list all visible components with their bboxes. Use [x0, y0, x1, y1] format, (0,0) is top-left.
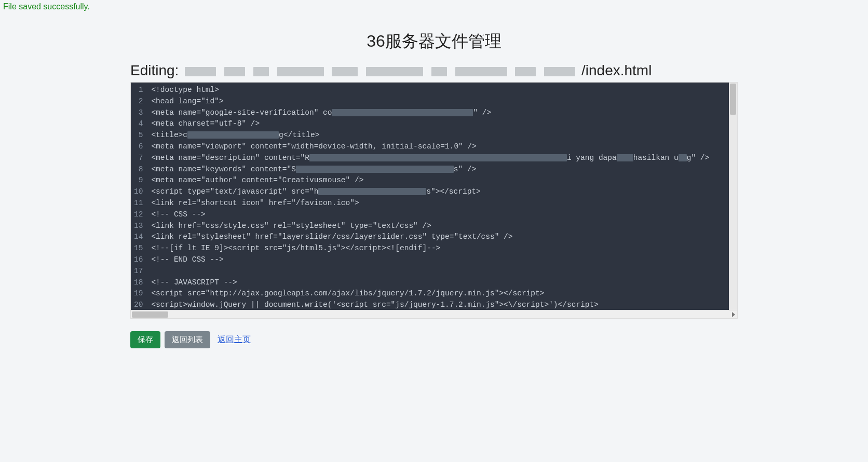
code-line[interactable] — [151, 266, 733, 277]
scroll-right-icon[interactable] — [732, 312, 735, 317]
line-number: 5 — [134, 130, 143, 141]
code-line[interactable]: <head lang="id"> — [151, 96, 733, 107]
back-home-link[interactable]: 返回主页 — [218, 334, 251, 345]
code-line[interactable]: <!--[if lt IE 9]><script src="js/html5.j… — [151, 243, 733, 254]
line-number: 11 — [134, 198, 143, 209]
redacted-segment — [309, 154, 567, 161]
line-number: 10 — [134, 186, 143, 198]
line-number: 7 — [134, 153, 143, 164]
horizontal-scrollbar[interactable] — [131, 310, 737, 318]
code-line[interactable]: <script type="text/javascript" src="hs">… — [151, 186, 733, 198]
code-editor[interactable]: 123456789101112131415161718192021 <!doct… — [131, 83, 737, 310]
redacted-segment — [187, 131, 279, 139]
line-gutter: 123456789101112131415161718192021 — [131, 83, 147, 310]
line-number: 4 — [134, 118, 143, 130]
redacted-segment — [253, 67, 269, 76]
editing-path: Editing: /index.html — [130, 62, 738, 79]
line-number: 2 — [134, 96, 143, 107]
code-area[interactable]: <!doctype html><head lang="id"><meta nam… — [147, 83, 737, 310]
redacted-segment — [296, 166, 454, 173]
redacted-segment — [679, 154, 687, 161]
redacted-segment — [515, 67, 536, 76]
line-number: 13 — [134, 221, 143, 232]
code-line[interactable]: <meta name="viewport" content="width=dev… — [151, 141, 733, 153]
code-line[interactable]: <link href="css/style.css" rel="styleshe… — [151, 221, 733, 232]
editing-suffix: /index.html — [581, 62, 652, 78]
code-line[interactable]: <meta name="description" content="Ri yan… — [151, 153, 733, 164]
code-line[interactable]: <meta name="keywords" content="Ss" /> — [151, 164, 733, 175]
line-number: 3 — [134, 107, 143, 119]
redacted-segment — [366, 67, 423, 76]
main-container: 36服务器文件管理 Editing: /index.html 123456789… — [130, 30, 738, 348]
redacted-segment — [318, 188, 426, 195]
code-line[interactable]: <script src="http://ajax.googleapis.com/… — [151, 288, 733, 300]
redacted-segment — [277, 67, 324, 76]
vertical-scrollbar[interactable] — [729, 83, 737, 310]
line-number: 8 — [134, 164, 143, 175]
save-button[interactable]: 保存 — [130, 331, 160, 348]
status-message: File saved successfully. — [0, 0, 868, 13]
line-number: 18 — [134, 277, 143, 289]
redacted-segment — [185, 67, 216, 76]
code-line[interactable]: <link rel="stylesheet" href="layerslider… — [151, 232, 733, 243]
redacted-segment — [544, 67, 575, 76]
back-list-button[interactable]: 返回列表 — [165, 331, 210, 348]
redacted-segment — [431, 67, 447, 76]
line-number: 6 — [134, 141, 143, 153]
line-number: 19 — [134, 288, 143, 300]
redacted-segment — [332, 109, 473, 116]
code-line[interactable]: <link rel="shortcut icon" href="/favicon… — [151, 198, 733, 209]
editor-wrapper: 123456789101112131415161718192021 <!doct… — [130, 82, 738, 319]
redacted-segment — [224, 67, 245, 76]
code-line[interactable]: <meta name="author" content="Creativusmo… — [151, 175, 733, 186]
redacted-segment — [455, 67, 507, 76]
line-number: 9 — [134, 175, 143, 186]
code-line[interactable]: <meta charset="utf-8" /> — [151, 118, 733, 130]
line-number: 16 — [134, 254, 143, 266]
horizontal-scrollbar-thumb[interactable] — [132, 311, 168, 318]
line-number: 15 — [134, 243, 143, 254]
editing-prefix: Editing: — [130, 62, 179, 78]
redacted-segment — [332, 67, 358, 76]
code-line[interactable]: <!-- CSS --> — [151, 209, 733, 221]
code-line[interactable]: <title>cg</title> — [151, 130, 733, 141]
line-number: 12 — [134, 209, 143, 221]
line-number: 17 — [134, 266, 143, 277]
code-line[interactable]: <!-- END CSS --> — [151, 254, 733, 266]
redacted-segment — [617, 154, 633, 161]
line-number: 14 — [134, 232, 143, 243]
page-title: 36服务器文件管理 — [130, 30, 738, 53]
vertical-scrollbar-thumb[interactable] — [730, 84, 736, 115]
line-number: 20 — [134, 300, 143, 311]
code-line[interactable]: <meta name="google-site-verification" co… — [151, 107, 733, 119]
code-line[interactable]: <!-- JAVASCRIPT --> — [151, 277, 733, 289]
code-line[interactable]: <!doctype html> — [151, 85, 733, 96]
action-bar: 保存 返回列表 返回主页 — [130, 331, 738, 348]
code-line[interactable]: <script>window.jQuery || document.write(… — [151, 300, 733, 310]
line-number: 1 — [134, 85, 143, 96]
